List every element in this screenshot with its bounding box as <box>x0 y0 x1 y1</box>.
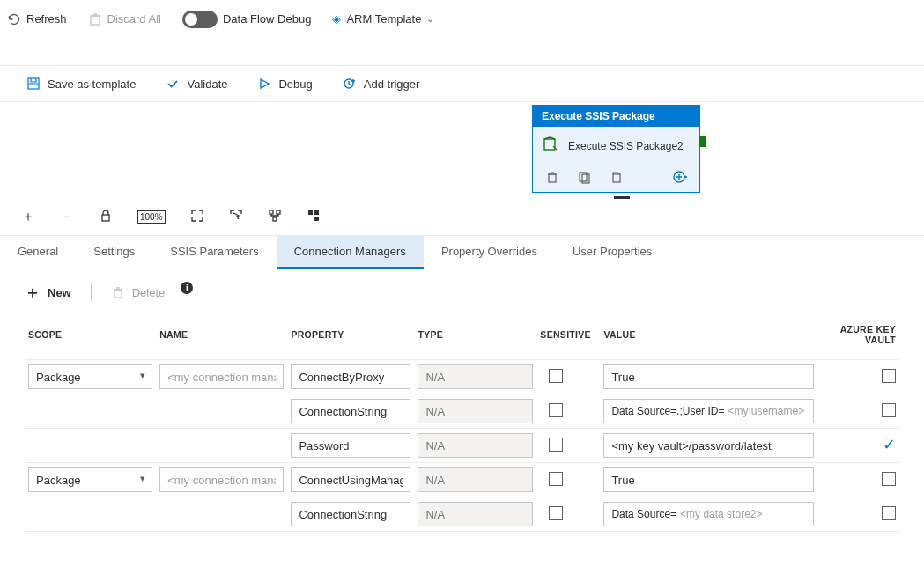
akv-checkbox[interactable] <box>882 506 896 520</box>
svg-rect-14 <box>314 210 319 215</box>
type-input <box>418 433 533 458</box>
tab-general[interactable]: General <box>0 236 76 269</box>
table-row: Data Source=.;User ID= <my username> <box>25 394 899 429</box>
copy-icon[interactable] <box>609 170 623 187</box>
top-toolbar: Refresh Discard All Data Flow Debug ◈ AR… <box>0 0 924 39</box>
zoom-100-icon[interactable]: 100% <box>137 210 166 224</box>
resize-handle[interactable] <box>614 196 630 199</box>
ssis-package-icon <box>542 136 559 156</box>
select-icon[interactable] <box>229 209 243 226</box>
add-trigger-button[interactable]: Add trigger <box>343 77 420 91</box>
sensitive-checkbox[interactable] <box>549 438 563 452</box>
lock-icon[interactable] <box>99 209 113 226</box>
debug-button[interactable]: Debug <box>257 77 312 91</box>
add-trigger-icon <box>343 77 357 91</box>
refresh-icon <box>7 12 21 26</box>
table-row <box>25 463 899 497</box>
svg-rect-12 <box>273 217 277 221</box>
activity-node-footer <box>533 165 699 192</box>
akv-checkbox[interactable] <box>882 369 896 383</box>
save-as-template-label: Save as template <box>48 77 136 91</box>
property-input[interactable] <box>291 467 410 492</box>
connection-managers-grid: SCOPE NAME PROPERTY TYPE SENSITIVE VALUE… <box>0 315 924 549</box>
refresh-label: Refresh <box>26 12 67 26</box>
tab-ssis-parameters[interactable]: SSIS Parameters <box>152 236 276 269</box>
tab-connection-managers[interactable]: Connection Managers <box>277 236 424 269</box>
refresh-button[interactable]: Refresh <box>7 12 67 26</box>
discard-all-button[interactable]: Discard All <box>88 12 161 26</box>
svg-rect-11 <box>277 210 280 214</box>
delete-button[interactable]: Delete <box>111 285 166 299</box>
arm-template-label: ARM Template <box>346 12 421 26</box>
info-icon[interactable]: i <box>181 282 193 294</box>
tab-user-properties[interactable]: User Properties <box>555 236 669 269</box>
delete-icon[interactable] <box>545 170 559 187</box>
col-type: TYPE <box>414 315 536 360</box>
property-input[interactable] <box>291 364 410 389</box>
validate-button[interactable]: Validate <box>166 77 227 91</box>
activity-node-title: Execute SSIS Package2 <box>568 140 684 152</box>
table-row: Data Source= <my data store2> <box>25 497 899 532</box>
col-scope: SCOPE <box>25 315 156 360</box>
validate-label: Validate <box>187 77 227 91</box>
name-input[interactable] <box>159 364 284 389</box>
clone-icon[interactable] <box>577 170 591 187</box>
value-input[interactable]: Data Source= <my data store2> <box>603 502 814 526</box>
akv-checkbox[interactable] <box>882 403 896 417</box>
svg-rect-16 <box>115 290 122 298</box>
col-name: NAME <box>156 315 287 360</box>
property-input[interactable] <box>291 399 410 423</box>
svg-rect-7 <box>613 174 620 182</box>
value-input[interactable] <box>603 433 814 458</box>
col-akv: AZURE KEY VAULT <box>817 315 899 360</box>
scope-select[interactable] <box>28 364 152 389</box>
pipeline-canvas[interactable]: Execute SSIS Package Execute SSIS Packag… <box>0 102 924 199</box>
save-template-icon <box>26 77 41 91</box>
activity-node[interactable]: Execute SSIS Package Execute SSIS Packag… <box>532 105 700 193</box>
property-input[interactable] <box>291 433 410 458</box>
debug-label: Debug <box>278 77 312 91</box>
sensitive-checkbox[interactable] <box>549 506 563 520</box>
type-input <box>418 467 533 492</box>
value-input[interactable] <box>603 467 814 492</box>
svg-rect-10 <box>270 210 273 214</box>
chevron-down-icon: ⌄ <box>426 13 434 25</box>
minus-icon[interactable]: － <box>60 208 74 226</box>
arm-template-icon: ◈ <box>332 12 341 26</box>
tab-settings[interactable]: Settings <box>76 236 152 269</box>
scope-select[interactable] <box>28 467 152 492</box>
col-value: VALUE <box>600 315 817 360</box>
layout-icon[interactable] <box>307 209 321 226</box>
type-input <box>418 399 533 423</box>
align-icon[interactable] <box>268 209 282 226</box>
data-flow-debug-label: Data Flow Debug <box>223 12 311 26</box>
discard-icon <box>88 12 102 26</box>
sensitive-checkbox[interactable] <box>549 472 563 486</box>
toolbar-divider <box>91 283 92 301</box>
add-trigger-label: Add trigger <box>364 77 420 91</box>
arm-template-menu[interactable]: ◈ ARM Template ⌄ <box>332 12 434 26</box>
success-handle[interactable] <box>699 136 706 147</box>
add-output-icon[interactable] <box>673 170 687 187</box>
akv-checkbox[interactable] <box>882 472 896 486</box>
new-button[interactable]: ＋ New <box>25 282 71 303</box>
value-input[interactable] <box>603 364 814 389</box>
data-flow-debug-toggle[interactable]: Data Flow Debug <box>182 11 311 28</box>
add-icon[interactable]: ＋ <box>21 208 35 226</box>
svg-rect-9 <box>102 215 109 221</box>
sensitive-checkbox[interactable] <box>549 369 563 383</box>
col-sensitive: SENSITIVE <box>536 315 600 360</box>
akv-checkbox[interactable]: ✓ <box>882 438 896 453</box>
delete-label: Delete <box>132 286 166 299</box>
discard-all-label: Discard All <box>107 12 161 26</box>
value-input[interactable]: Data Source=.;User ID= <my username> <box>603 399 814 423</box>
sensitive-checkbox[interactable] <box>549 403 563 417</box>
property-input[interactable] <box>291 502 410 526</box>
fit-screen-icon[interactable] <box>190 209 204 226</box>
grid-toolbar: ＋ New Delete i <box>0 269 924 315</box>
activity-node-header: Execute SSIS Package <box>533 106 699 127</box>
tab-property-overrides[interactable]: Property Overrides <box>424 236 555 269</box>
name-input[interactable] <box>159 467 284 492</box>
activity-node-body: Execute SSIS Package2 <box>533 127 699 165</box>
save-as-template-button[interactable]: Save as template <box>26 77 136 91</box>
